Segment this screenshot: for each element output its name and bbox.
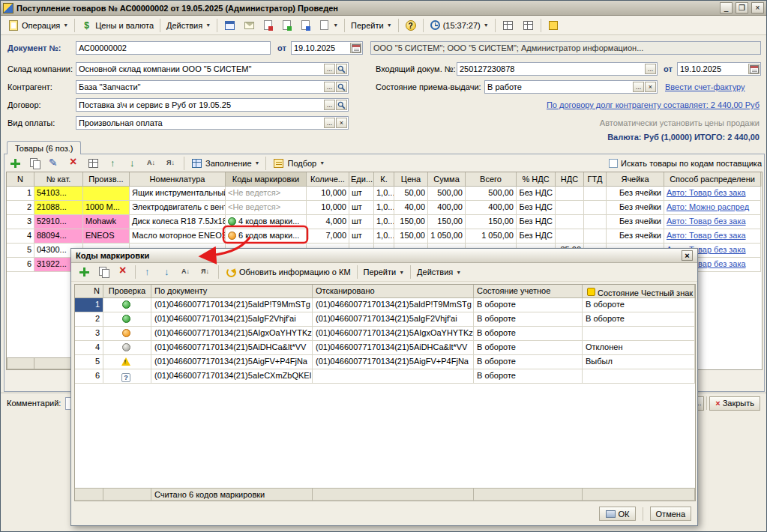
- cell-name[interactable]: Диск колеса R18 7.5Jx18: [130, 215, 226, 229]
- cell-state-honest[interactable]: Выбыл: [583, 355, 695, 369]
- cell-cat[interactable]: 21088...: [34, 201, 83, 215]
- table-row[interactable]: 5 (01)04660077170134(21)5AigFV+P4FjNa (0…: [75, 355, 695, 369]
- pick-button[interactable]: Подбор▼: [268, 155, 328, 172]
- copy-row-button[interactable]: [94, 264, 113, 280]
- contractor-field[interactable]: База "Запчасти" ...: [76, 80, 349, 94]
- cell-total[interactable]: 1 050,00: [466, 229, 517, 244]
- popup-title-bar[interactable]: Коды маркировки ×: [71, 249, 697, 263]
- cell-check[interactable]: [103, 369, 151, 384]
- delete-row-button[interactable]: [113, 264, 133, 280]
- send-dropdown-button[interactable]: ▼: [315, 17, 342, 33]
- column-header-state-honest[interactable]: Состояние Честный знак: [583, 285, 695, 298]
- column-header-n[interactable]: N: [75, 285, 103, 298]
- cell-vat-pct[interactable]: Без НДС: [517, 187, 556, 201]
- cell-price[interactable]: 150,00: [394, 229, 428, 244]
- incoming-date-field[interactable]: 19.10.2025: [677, 62, 761, 76]
- cell-state-acct[interactable]: В обороте: [474, 369, 583, 384]
- add-row-button[interactable]: [5, 155, 25, 172]
- enter-invoice-link[interactable]: Ввести счет-фактуру: [665, 82, 745, 91]
- add-row-button[interactable]: [74, 264, 94, 280]
- cell-state-acct[interactable]: В обороте: [474, 312, 583, 327]
- clear-button[interactable]: ×: [336, 118, 347, 128]
- cell-n[interactable]: 5: [75, 355, 103, 369]
- receive-state-field[interactable]: В работе ... ×: [484, 80, 658, 94]
- cell-unit[interactable]: шт: [349, 229, 374, 244]
- search-by-supplier-codes-checkbox[interactable]: [609, 159, 618, 168]
- cell-unit[interactable]: шт: [349, 215, 374, 229]
- close-button[interactable]: ×: [751, 2, 764, 13]
- column-header-n[interactable]: N: [7, 172, 34, 187]
- cell-total[interactable]: 400,00: [466, 201, 517, 215]
- cell-gtd[interactable]: [584, 229, 607, 244]
- doc-no-field[interactable]: АС00000002: [76, 41, 271, 55]
- warehouse-field[interactable]: Основной склад компании ООО "5 СИСТЕМ" .…: [76, 62, 349, 76]
- actions-button[interactable]: Действия▼: [163, 19, 214, 32]
- cell-cell[interactable]: Без ячейки: [607, 229, 664, 244]
- cell-by-document[interactable]: (01)04660077170134(21)5aIeCXmZbQKEl: [151, 369, 313, 384]
- cell-scanned[interactable]: (01)04660077170134(21)5aIgF2Vhjf'ai: [313, 312, 474, 327]
- open-list-button[interactable]: [220, 17, 240, 34]
- cell-scanned[interactable]: [313, 369, 474, 384]
- popup-go-to-button[interactable]: Перейти▼: [360, 265, 409, 279]
- column-header-cat[interactable]: № кат.: [34, 172, 83, 187]
- column-header-by-document[interactable]: По документу: [151, 285, 313, 298]
- popup-actions-button[interactable]: Действия▼: [413, 265, 465, 279]
- cell-k[interactable]: 1,0...: [374, 201, 394, 215]
- cell-scanned[interactable]: (01)04660077170134(21)5aIdP!T9MmSTg: [313, 298, 474, 312]
- cell-by-document[interactable]: (01)04660077170134(21)5AigFV+P4FjNa: [151, 355, 313, 369]
- column-header-marking[interactable]: Коды маркировки: [226, 172, 307, 187]
- cell-state-acct[interactable]: В обороте: [474, 327, 583, 341]
- cell-vat[interactable]: [556, 229, 584, 244]
- tab-goods[interactable]: Товары (6 поз.): [7, 141, 81, 154]
- cell-producer[interactable]: [83, 187, 130, 201]
- cell-k[interactable]: 1,0...: [374, 187, 394, 201]
- cell-n[interactable]: 1: [7, 187, 34, 201]
- cell-producer[interactable]: Mohawk: [83, 215, 130, 229]
- cell-price[interactable]: 40,00: [394, 201, 428, 215]
- select-button[interactable]: ...: [324, 118, 335, 128]
- cell-unit[interactable]: шт: [349, 201, 374, 215]
- fill-button[interactable]: Заполнение▼: [187, 155, 263, 172]
- move-down-button[interactable]: [157, 264, 177, 280]
- cell-marking[interactable]: <Не ведется>: [226, 201, 307, 215]
- cell-state-honest[interactable]: Отклонен: [583, 341, 695, 355]
- delete-row-button[interactable]: [64, 155, 83, 172]
- column-header-qty[interactable]: Количе...: [307, 172, 349, 187]
- cell-check[interactable]: [103, 327, 151, 341]
- cell-scanned[interactable]: (01)04660077170134(21)5AIgxOaYHYTKz: [313, 327, 474, 341]
- magnifier-button[interactable]: [336, 82, 347, 92]
- document-green-button[interactable]: [277, 17, 296, 33]
- move-up-button[interactable]: [138, 264, 157, 280]
- edit-row-button[interactable]: [44, 155, 64, 172]
- cell-state-honest[interactable]: В обороте: [583, 298, 695, 312]
- column-header-sum[interactable]: Сумма: [428, 172, 466, 187]
- calendar-button[interactable]: [748, 64, 760, 74]
- cancel-button[interactable]: Отмена: [650, 507, 691, 521]
- cell-vat-pct[interactable]: Без НДС: [517, 201, 556, 215]
- cell-marking-selected[interactable]: 6 кодов марки...: [226, 229, 307, 244]
- cell-qty[interactable]: 7,000: [307, 229, 349, 244]
- column-header-check[interactable]: Проверка: [103, 285, 151, 298]
- popup-close-button[interactable]: ×: [682, 250, 693, 261]
- sort-desc-button[interactable]: [196, 264, 216, 280]
- cell-sum[interactable]: 400,00: [428, 201, 466, 215]
- cell-by-document[interactable]: (01)04660077170134(21)5aIgF2Vhjf'ai: [151, 312, 313, 327]
- cell-k[interactable]: 1,0...: [374, 215, 394, 229]
- help-button[interactable]: ?: [401, 17, 421, 34]
- table-row[interactable]: 4 88094... ENEOS Масло моторное ENEOS...…: [7, 229, 762, 244]
- cell-qty[interactable]: 4,000: [307, 215, 349, 229]
- column-header-vat[interactable]: НДС: [556, 172, 584, 187]
- minimize-button[interactable]: _: [720, 2, 733, 13]
- cell-state-acct[interactable]: В обороте: [474, 298, 583, 312]
- column-header-name[interactable]: Номенклатура: [130, 172, 226, 187]
- time-button[interactable]: (15:37:27)▼: [426, 17, 493, 33]
- close-form-button[interactable]: × Закрыть: [709, 396, 760, 411]
- cell-cat[interactable]: 52910...: [34, 215, 83, 229]
- cell-cat[interactable]: 54103...: [34, 187, 83, 201]
- cell-unit[interactable]: шт: [349, 187, 374, 201]
- cell-gtd[interactable]: [584, 215, 607, 229]
- cell-price[interactable]: 150,00: [394, 215, 428, 229]
- cell-state-acct[interactable]: В обороте: [474, 341, 583, 355]
- column-header-cell[interactable]: Ячейка: [607, 172, 664, 187]
- mail-button[interactable]: [240, 17, 259, 34]
